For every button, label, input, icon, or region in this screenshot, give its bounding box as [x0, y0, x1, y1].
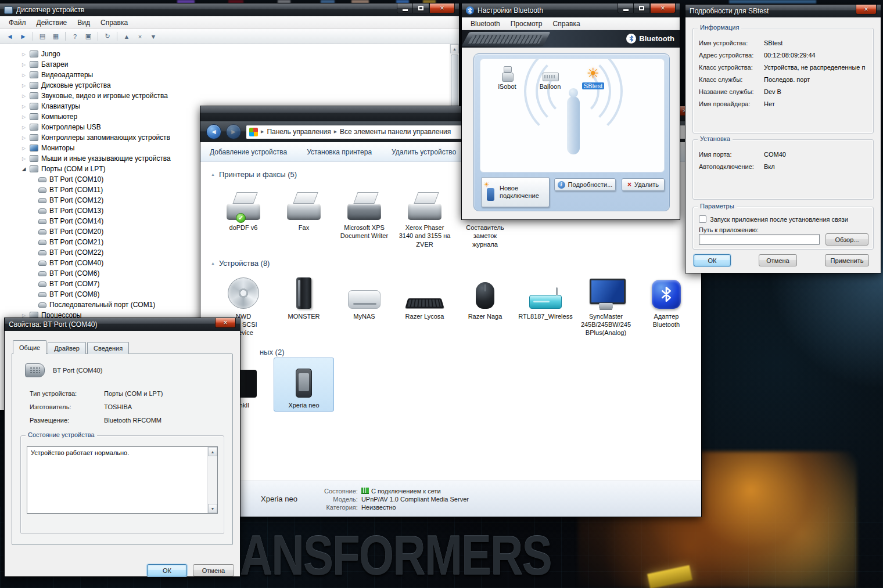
menu-bluetooth[interactable]: Bluetooth — [465, 18, 505, 30]
menu-help[interactable]: Справка — [548, 18, 586, 30]
browse-button[interactable]: Обзор... — [825, 233, 868, 246]
scan-hardware-changes-button[interactable]: ↻ — [101, 31, 114, 42]
device-manager-titlebar[interactable]: Диспетчер устройств × — [0, 3, 459, 16]
tab-driver[interactable]: Драйвер — [48, 342, 86, 354]
device-item[interactable]: Razer Naga — [455, 269, 515, 323]
maximize-button[interactable] — [413, 3, 429, 13]
bluetooth-settings-window: Настройки Bluetooth × Bluetooth Просмотр… — [462, 3, 680, 219]
help-button[interactable]: ? — [69, 31, 81, 42]
tab-general[interactable]: Общие — [13, 340, 46, 354]
app-path-input[interactable] — [699, 234, 820, 245]
expand-icon[interactable]: ▷ — [21, 93, 27, 99]
device-item-selected[interactable]: Xperia neo — [274, 358, 334, 412]
device-item[interactable]: Xerox Phaser 3140 and 3155 на ZVER — [394, 180, 455, 251]
menu-action[interactable]: Действие — [31, 17, 73, 28]
expand-icon[interactable]: ▷ — [21, 114, 27, 120]
tree-item[interactable]: ▷Дисковые устройства — [0, 80, 450, 91]
expand-icon[interactable]: ▷ — [21, 83, 27, 88]
expand-icon[interactable]: ▷ — [21, 135, 27, 140]
tree-item[interactable]: ▷Jungo — [0, 49, 450, 59]
device-item[interactable]: Microsoft XPS Document Writer — [334, 180, 394, 243]
tree-item[interactable]: ▷Звуковые, видео и игровые устройства — [0, 91, 450, 101]
device-label: doPDF v6 — [229, 223, 258, 232]
device-item[interactable]: ✓ doPDF v6 — [213, 180, 274, 234]
menu-help[interactable]: Справка — [95, 17, 133, 28]
bluetooth-titlebar[interactable]: Настройки Bluetooth × — [462, 3, 680, 17]
expand-icon[interactable]: ▷ — [21, 62, 27, 67]
device-item[interactable]: Razer Lycosa — [394, 269, 455, 323]
bluetooth-device-sbtest[interactable]: ☀ SBtest — [575, 66, 612, 89]
minimize-button[interactable] — [618, 3, 634, 13]
expand-icon[interactable]: ▷ — [21, 104, 27, 109]
properties-titlebar[interactable]: Свойства: BT Port (COM40) × — [5, 318, 240, 331]
serial-port-icon — [25, 363, 45, 377]
expand-icon[interactable]: ▷ — [21, 313, 27, 318]
minimize-button[interactable] — [397, 3, 413, 13]
scroll-up-icon[interactable]: ▲ — [208, 447, 217, 456]
device-item[interactable]: Fax — [274, 180, 334, 234]
breadcrumb-control-panel[interactable]: Панель управления — [267, 128, 331, 136]
scroll-down-icon[interactable]: ▼ — [208, 504, 217, 513]
apply-button[interactable]: Применить — [825, 254, 869, 266]
add-device-command[interactable]: Добавление устройства — [210, 148, 287, 156]
forward-button[interactable]: ► — [226, 124, 241, 139]
expand-icon[interactable]: ▷ — [21, 73, 27, 78]
tree-item[interactable]: ▷Видеоадаптеры — [0, 70, 450, 80]
expand-icon[interactable]: ▷ — [21, 146, 27, 151]
ok-button[interactable]: ОК — [694, 254, 731, 266]
uninstall-device-button[interactable]: × — [134, 31, 146, 42]
cancel-button[interactable]: Отмена — [759, 254, 797, 266]
menu-view[interactable]: Просмотр — [505, 18, 548, 30]
collapse-icon[interactable]: ◢ — [21, 166, 27, 172]
multimedia-section-header[interactable]: ▲ ных (2) — [252, 348, 701, 356]
details-button[interactable]: i Подробности... — [554, 178, 616, 191]
device-item[interactable]: Адаптер Bluetooth — [636, 269, 697, 331]
device-item[interactable]: MONSTER — [274, 269, 334, 323]
menu-view[interactable]: Вид — [72, 17, 95, 28]
expand-icon[interactable]: ▷ — [21, 125, 27, 130]
expand-icon[interactable]: ▷ — [21, 52, 27, 57]
close-button[interactable]: × — [215, 318, 236, 328]
device-item[interactable]: RTL8187_Wireless — [515, 269, 576, 323]
scroll-up-icon[interactable]: ▲ — [450, 44, 459, 53]
properties-button[interactable]: ▦ — [49, 31, 62, 42]
update-driver-button[interactable]: ▲ — [120, 31, 133, 42]
device-label: Razer Lycosa — [405, 312, 444, 320]
new-connection-button[interactable]: ☀ Новое подключение — [481, 177, 550, 207]
bluetooth-device-isobot[interactable]: iSobot — [489, 66, 526, 90]
back-button[interactable]: ◄ — [206, 124, 221, 139]
close-button[interactable]: × — [429, 3, 455, 13]
maximize-button[interactable] — [634, 3, 650, 13]
export-list-button[interactable]: ▣ — [82, 31, 95, 42]
devices-section-header[interactable]: ▲ Устройства (8) — [211, 259, 701, 268]
forward-button[interactable]: ► — [17, 31, 30, 42]
collapse-section-icon[interactable]: ▲ — [211, 172, 215, 176]
back-button[interactable]: ◄ — [3, 31, 16, 42]
tree-item[interactable]: ▷Батареи — [0, 59, 450, 70]
expand-icon[interactable]: ▷ — [21, 156, 27, 161]
device-status-box[interactable]: Устройство работает нормально. ▲ ▼ — [27, 446, 218, 514]
menu-file[interactable]: Файл — [3, 17, 31, 28]
disable-device-button[interactable]: ▼ — [147, 31, 160, 42]
close-button[interactable]: × — [650, 3, 676, 13]
add-printer-command[interactable]: Установка принтера — [307, 148, 372, 156]
show-console-tree-button[interactable]: ▤ — [36, 31, 49, 42]
breadcrumb-all-items[interactable]: Все элементы панели управления — [340, 128, 451, 136]
cancel-button[interactable]: Отмена — [193, 564, 234, 576]
ok-button[interactable]: ОК — [147, 564, 187, 576]
device-item[interactable]: MyNAS — [334, 269, 394, 323]
bluetooth-device-balloon[interactable]: Balloon — [532, 66, 569, 90]
info-row: Класс службы:Последов. порт — [693, 73, 873, 85]
row-value: Bluetooth RFCOMM — [104, 417, 161, 424]
device-item[interactable]: SyncMaster 245B/245BW/245 BPlus(Analog) — [576, 269, 636, 340]
collapse-section-icon[interactable]: ▲ — [211, 261, 215, 265]
status-scrollbar[interactable]: ▲ ▼ — [207, 447, 217, 513]
details-titlebar[interactable]: Подробности для SBtest × — [685, 5, 881, 17]
serial-port-icon — [38, 240, 46, 245]
tab-details[interactable]: Сведения — [87, 342, 129, 354]
cd-drive-icon — [228, 277, 259, 309]
run-app-checkbox[interactable] — [699, 215, 706, 223]
delete-button[interactable]: × Удалить — [622, 178, 665, 191]
remove-device-command[interactable]: Удалить устройство — [392, 148, 456, 156]
close-button[interactable]: × — [856, 5, 877, 15]
